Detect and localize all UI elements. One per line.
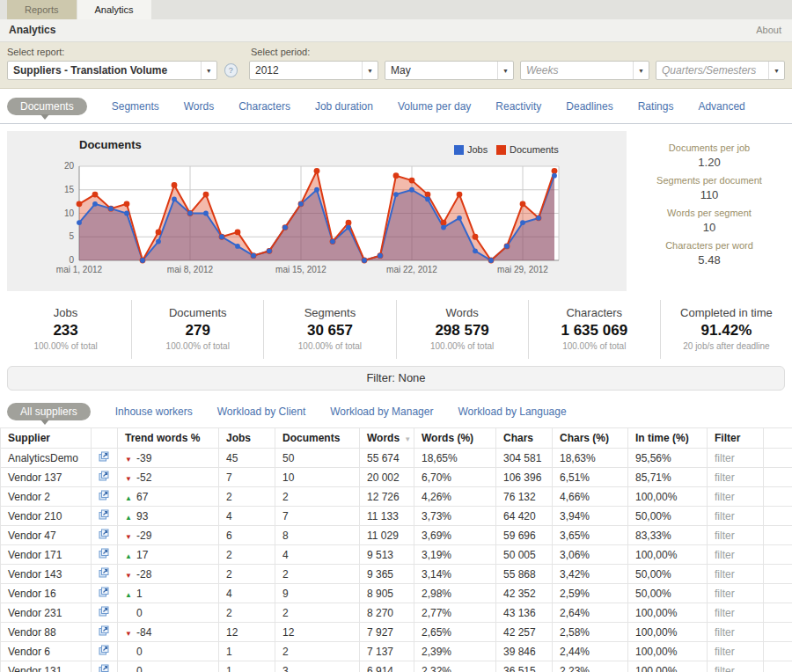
tab-words[interactable]: Words [184,100,214,113]
summary-cell: Characters1 635 069100.00% of total [528,300,660,359]
tab-volume-per-day[interactable]: Volume per day [398,100,471,113]
row-filter-link[interactable]: filter [715,471,735,484]
row-filter-link[interactable]: filter [715,626,735,639]
column-header-Words (%)[interactable]: Words (%) [414,428,496,449]
filler-cell [764,468,792,487]
filter-cell: filter [708,507,764,526]
documents-cell: 7 [275,507,360,526]
table-header-row: SupplierTrend words %JobsDocumentsWords▼… [1,428,792,449]
period-select-2[interactable]: May▼ [385,61,514,80]
open-supplier-report-icon[interactable] [99,548,109,559]
documents-cell: 9 [275,584,360,603]
column-header-words-sorted[interactable]: Words▼ [360,428,414,449]
table-row: Vendor 88▼-8412127 9272,65%42 2572,58%10… [1,623,792,642]
trend-value: -28 [136,568,151,581]
row-filter-link[interactable]: filter [715,646,735,658]
tab-documents[interactable]: Documents [7,98,87,115]
period-select-1[interactable]: 2012▼ [249,61,378,80]
row-filter-link[interactable]: filter [715,568,735,581]
tab-advanced[interactable]: Advanced [698,100,744,113]
row-filter-link[interactable]: filter [715,588,735,600]
open-cell [92,526,118,545]
trend-cell: ▲93 [118,507,219,526]
supplier-tab-workload-by-language[interactable]: Workload by Language [458,405,566,418]
jobs-cell: 6 [219,526,275,545]
trend-value: -39 [136,452,151,464]
report-select[interactable]: Suppliers - Translation Volume ▼ [7,61,217,80]
row-filter-link[interactable]: filter [715,607,735,619]
tab-ratings[interactable]: Ratings [638,100,674,113]
open-cell [92,584,118,603]
filter-bar[interactable]: Filter: None [7,366,785,391]
column-header-Chars[interactable]: Chars [496,428,553,449]
open-supplier-report-icon[interactable] [99,471,109,481]
words-cell: 9 365 [360,565,414,584]
period-select-3[interactable]: Weeks▼ [520,61,649,80]
open-supplier-report-icon[interactable] [99,625,109,636]
row-filter-link[interactable]: filter [715,510,735,522]
row-filter-link[interactable]: filter [715,491,735,503]
summary-label: Jobs [0,306,131,319]
open-supplier-report-icon[interactable] [99,490,109,500]
x-axis-tick-label: mai 1, 2012 [56,265,103,274]
jobs-cell: 2 [219,565,275,584]
tab-reactivity[interactable]: Reactivity [495,100,541,113]
trend-down-icon: ▼ [125,475,133,483]
select-report-label: Select report: [7,47,251,57]
column-header-Jobs[interactable]: Jobs [219,428,275,449]
period-select-4[interactable]: Quarters/Semesters▼ [656,61,785,80]
tab-characters[interactable]: Characters [238,100,290,113]
tab-deadlines[interactable]: Deadlines [566,100,612,113]
row-filter-link[interactable]: filter [715,549,735,561]
top-tab-reports[interactable]: Reports [7,0,77,19]
supplier-name: Vendor 137 [8,471,62,484]
row-filter-link[interactable]: filter [715,452,735,464]
filter-cell: filter [708,526,764,545]
trend-value: 0 [136,607,143,619]
row-filter-link[interactable]: filter [715,530,735,542]
stat-item: Characters per word5.48 [627,239,792,267]
supplier-tab-workload-by-manager[interactable]: Workload by Manager [330,405,433,418]
summary-cell: Words298 579100.00% of total [396,300,528,359]
supplier-tab-workload-by-client[interactable]: Workload by Client [217,405,306,418]
about-link[interactable]: About [756,19,781,41]
supplier-tab-inhouse-workers[interactable]: Inhouse workers [115,405,193,418]
legend-label: Jobs [467,144,488,155]
words-pct-cell: 3,69% [414,526,496,545]
summary-subtext: 100.00% of total [0,341,131,351]
x-axis-tick-label: mai 29, 2012 [497,265,548,274]
supplier-name: Vendor 6 [8,646,50,658]
column-header-icon[interactable] [92,428,118,449]
open-supplier-report-icon[interactable] [99,567,109,578]
column-header-Chars (%)[interactable]: Chars (%) [553,428,628,449]
column-header-Trend words %[interactable]: Trend words % [118,428,219,449]
words-pct-cell: 2,98% [414,584,496,603]
summary-row: Jobs233100.00% of totalDocuments279100.0… [0,300,792,359]
jobs-cell: 2 [219,487,275,507]
open-supplier-report-icon[interactable] [99,451,109,462]
open-supplier-report-icon[interactable] [99,587,109,597]
help-icon[interactable]: ? [224,63,238,77]
column-header-Supplier[interactable]: Supplier [1,428,92,449]
open-supplier-report-icon[interactable] [99,664,109,672]
open-supplier-report-icon[interactable] [99,606,109,617]
supplier-tab-all-suppliers[interactable]: All suppliers [7,403,91,420]
column-header-In time (%)[interactable]: In time (%) [628,428,708,449]
supplier-cell: Vendor 131 [1,661,92,672]
chars-pct-cell: 18,63% [553,449,628,468]
words-pct-cell: 6,70% [414,468,496,487]
trend-cell: 0 [118,603,219,623]
trend-value: 0 [136,665,143,672]
column-header-Documents[interactable]: Documents [275,428,360,449]
top-tab-analytics[interactable]: Analytics [77,0,151,19]
tab-segments[interactable]: Segments [112,100,159,113]
supplier-name: Vendor 231 [8,607,62,619]
supplier-cell: Vendor 16 [1,584,92,603]
open-supplier-report-icon[interactable] [99,509,109,520]
chevron-down-icon: ▼ [201,62,216,79]
column-header-Filter[interactable]: Filter [708,428,764,449]
open-supplier-report-icon[interactable] [99,645,109,655]
row-filter-link[interactable]: filter [715,665,735,672]
open-supplier-report-icon[interactable] [99,529,109,539]
tab-job-duration[interactable]: Job duration [315,100,373,113]
